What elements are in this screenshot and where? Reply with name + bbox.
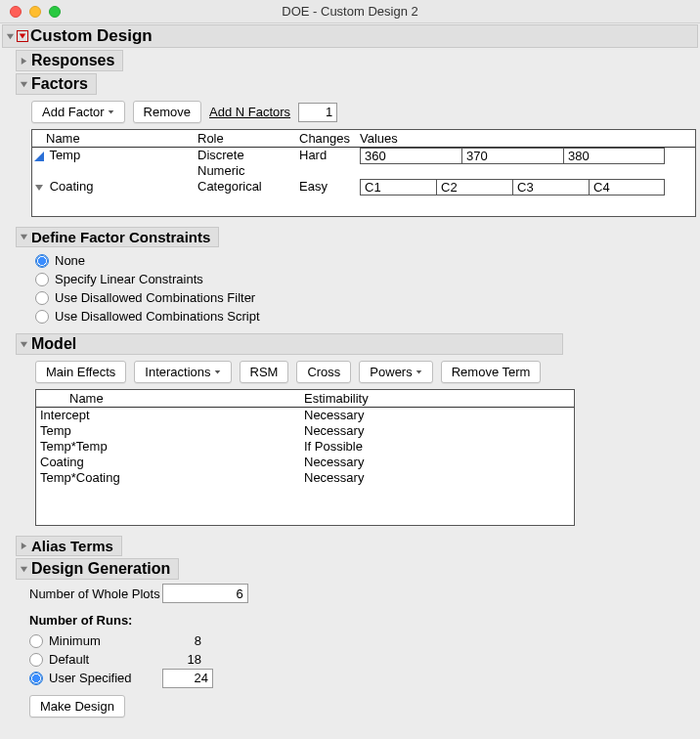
main-effects-button[interactable]: Main Effects <box>35 361 126 383</box>
table-row[interactable]: Temp*TempIf Possible <box>36 439 574 455</box>
factor-value[interactable]: C3 <box>512 179 589 196</box>
factor-changes[interactable]: Easy <box>295 179 356 196</box>
factors-col-role[interactable]: Role <box>194 130 295 147</box>
factor-changes[interactable]: Hard <box>295 148 356 179</box>
red-triangle-menu-custom-design[interactable] <box>17 30 28 42</box>
section-title-responses: Responses <box>31 52 114 69</box>
add-n-factors-label: Add N Factors <box>209 105 290 119</box>
model-col-estimability[interactable]: Estimability <box>300 390 574 407</box>
factor-role[interactable]: Discrete Numeric <box>194 148 295 179</box>
table-row[interactable]: Coating Categorical Easy C1 C2 C3 C4 <box>32 179 695 196</box>
factors-col-changes[interactable]: Changes <box>295 130 356 147</box>
disclosure-model[interactable] <box>19 339 29 350</box>
powers-button[interactable]: Powers <box>359 361 432 383</box>
factor-value[interactable]: 380 <box>563 148 665 164</box>
disclosure-alias-terms[interactable] <box>19 541 29 551</box>
radio-icon[interactable] <box>29 672 43 685</box>
svg-marker-0 <box>7 33 14 38</box>
radio-user-specified[interactable]: User Specified <box>29 669 690 687</box>
factor-name: Coating <box>50 179 94 194</box>
user-specified-runs-input[interactable] <box>162 669 213 688</box>
factors-table[interactable]: Name Role Changes Values Temp Discrete N… <box>31 129 696 217</box>
radio-disallowed-filter[interactable]: Use Disallowed Combinations Filter <box>35 288 690 307</box>
table-row[interactable]: TempNecessary <box>36 423 574 439</box>
radio-default[interactable]: Default 18 <box>29 650 690 669</box>
model-col-name[interactable]: Name <box>36 390 300 407</box>
factor-role[interactable]: Categorical <box>194 179 295 196</box>
zoom-window-button[interactable] <box>49 6 61 18</box>
model-table[interactable]: Name Estimability InterceptNecessary Tem… <box>35 389 575 526</box>
svg-marker-11 <box>22 543 26 549</box>
svg-marker-8 <box>21 341 27 346</box>
number-of-runs-label: Number of Runs: <box>29 613 690 628</box>
factor-value[interactable]: 370 <box>461 148 563 164</box>
disclosure-factors[interactable] <box>19 79 29 90</box>
svg-marker-9 <box>214 370 220 374</box>
table-row[interactable]: CoatingNecessary <box>36 455 574 470</box>
remove-term-button[interactable]: Remove Term <box>441 361 542 383</box>
disclosure-constraints[interactable] <box>19 232 29 242</box>
whole-plots-input[interactable] <box>162 584 248 603</box>
svg-marker-3 <box>21 81 27 86</box>
radio-disallowed-script[interactable]: Use Disallowed Combinations Script <box>35 307 690 326</box>
minimize-window-button[interactable] <box>29 6 41 18</box>
factor-value[interactable]: C1 <box>360 179 436 196</box>
section-title-model: Model <box>31 335 76 353</box>
factors-col-name[interactable]: Name <box>32 130 194 147</box>
svg-marker-7 <box>21 235 27 239</box>
svg-marker-6 <box>35 185 43 191</box>
table-row[interactable]: Temp*CoatingNecessary <box>36 470 574 486</box>
close-window-button[interactable] <box>10 6 22 18</box>
remove-button[interactable]: Remove <box>133 101 201 123</box>
svg-marker-10 <box>416 370 421 374</box>
radio-linear-constraints[interactable]: Specify Linear Constraints <box>35 270 690 288</box>
svg-marker-2 <box>22 57 26 64</box>
svg-marker-1 <box>20 34 25 39</box>
interactions-button[interactable]: Interactions <box>134 361 231 383</box>
radio-icon[interactable] <box>35 310 49 324</box>
svg-marker-12 <box>21 566 27 571</box>
disclosure-design-generation[interactable] <box>19 564 29 575</box>
add-n-factors-input[interactable] <box>298 103 337 122</box>
section-title-factors: Factors <box>31 75 88 93</box>
factor-value[interactable]: C4 <box>589 179 665 196</box>
radio-icon[interactable] <box>29 634 43 648</box>
radio-icon[interactable] <box>29 653 43 667</box>
section-title-alias-terms: Alias Terms <box>31 538 113 554</box>
factor-value[interactable]: 360 <box>360 148 461 164</box>
table-row[interactable]: Temp Discrete Numeric Hard 360 370 380 <box>32 148 695 179</box>
add-factor-label: Add Factor <box>42 105 105 119</box>
window-title: DOE - Custom Design 2 <box>0 4 700 19</box>
factor-value[interactable]: C2 <box>436 179 512 196</box>
factor-name: Temp <box>49 148 80 162</box>
runs-minimum-value: 8 <box>162 633 201 648</box>
rsm-button[interactable]: RSM <box>240 361 289 383</box>
runs-default-value: 18 <box>162 652 201 667</box>
continuous-icon <box>34 152 44 161</box>
radio-none[interactable]: None <box>35 251 690 270</box>
radio-minimum[interactable]: Minimum 8 <box>29 631 690 650</box>
section-title-design-generation: Design Generation <box>31 560 170 578</box>
svg-marker-5 <box>34 152 44 161</box>
section-title-constraints: Define Factor Constraints <box>31 229 210 245</box>
disclosure-responses[interactable] <box>19 56 29 66</box>
factors-col-values[interactable]: Values <box>356 130 695 147</box>
make-design-button[interactable]: Make Design <box>29 695 125 717</box>
window-title-bar: DOE - Custom Design 2 <box>0 0 700 23</box>
radio-icon[interactable] <box>35 273 49 286</box>
cross-button[interactable]: Cross <box>296 361 351 383</box>
disclosure-custom-design[interactable] <box>5 31 16 42</box>
add-factor-button[interactable]: Add Factor <box>31 101 125 123</box>
section-title-custom-design: Custom Design <box>30 26 153 46</box>
table-row[interactable]: InterceptNecessary <box>36 408 574 423</box>
svg-marker-4 <box>108 110 113 114</box>
radio-icon[interactable] <box>35 254 49 268</box>
whole-plots-label: Number of Whole Plots <box>29 587 160 601</box>
nominal-icon <box>34 183 44 193</box>
radio-icon[interactable] <box>35 291 49 305</box>
